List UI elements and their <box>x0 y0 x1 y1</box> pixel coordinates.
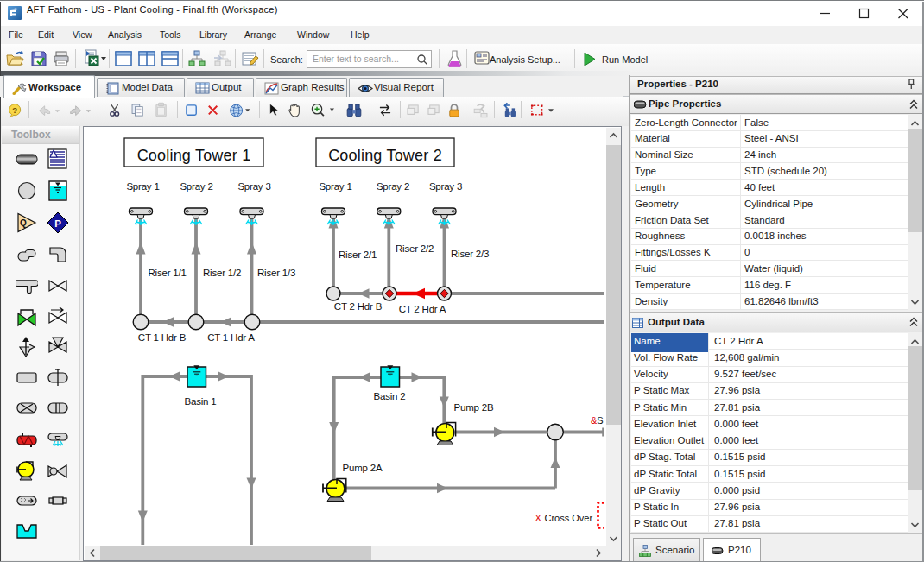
svg-text:Basin 2: Basin 2 <box>374 391 406 401</box>
svg-text:CT 1 Hdr B: CT 1 Hdr B <box>138 332 187 343</box>
svg-text:Cooling Tower 2: Cooling Tower 2 <box>328 147 442 164</box>
svg-text:Cross Over: Cross Over <box>545 513 593 523</box>
svg-text:Riser 2/1: Riser 2/1 <box>339 249 377 260</box>
svg-text:CT 1 Hdr A: CT 1 Hdr A <box>207 332 255 343</box>
svg-text:Riser 2/2: Riser 2/2 <box>396 243 434 254</box>
svg-text:Spray 2: Spray 2 <box>377 181 409 192</box>
svg-text:Cooling Tower 1: Cooling Tower 1 <box>137 147 251 164</box>
svg-text:&S: &S <box>591 415 604 426</box>
svg-text:Spray 1: Spray 1 <box>126 181 159 192</box>
svg-text:Pump 2A: Pump 2A <box>343 463 383 473</box>
svg-text:P: P <box>54 218 61 229</box>
svg-text:Spray 1: Spray 1 <box>319 181 351 192</box>
svg-text:Riser 1/2: Riser 1/2 <box>203 268 241 278</box>
svg-text:Riser 2/3: Riser 2/3 <box>451 249 489 259</box>
svg-text:CT 2 Hdr A: CT 2 Hdr A <box>399 304 446 314</box>
svg-text:CT 2 Hdr B: CT 2 Hdr B <box>334 301 383 312</box>
svg-text:Spray 2: Spray 2 <box>180 181 212 192</box>
svg-text:Pump 2B: Pump 2B <box>454 402 494 413</box>
svg-text:Spray 3: Spray 3 <box>237 181 270 192</box>
svg-text:Riser 1/1: Riser 1/1 <box>149 268 187 278</box>
svg-text:Q: Q <box>20 218 27 228</box>
svg-text:X: X <box>535 513 542 523</box>
svg-text:?: ? <box>12 105 17 115</box>
svg-text:Riser 1/3: Riser 1/3 <box>257 268 295 278</box>
svg-text:Spray 3: Spray 3 <box>429 181 462 192</box>
svg-text:Basin 1: Basin 1 <box>185 396 217 407</box>
